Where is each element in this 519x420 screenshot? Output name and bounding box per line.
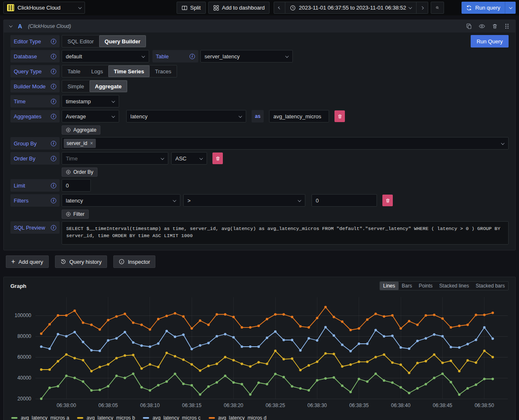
graph-style-option-stacked-bars[interactable]: Stacked bars bbox=[472, 282, 508, 290]
editor-type-label: Editor Typei bbox=[10, 35, 60, 48]
run-query-dropdown[interactable] bbox=[505, 2, 516, 14]
order-by-direction-select[interactable]: ASC bbox=[171, 152, 207, 165]
collapse-chevron-icon[interactable] bbox=[9, 24, 12, 27]
remove-aggregate-button[interactable] bbox=[334, 110, 345, 122]
data-point bbox=[282, 339, 285, 341]
query-type-option-logs[interactable]: Logs bbox=[86, 65, 108, 77]
data-point bbox=[408, 392, 410, 394]
legend-item[interactable]: avg_latency_micros d bbox=[209, 415, 267, 420]
delete-query-icon[interactable] bbox=[492, 23, 498, 29]
remove-filter-button[interactable] bbox=[382, 195, 393, 206]
builder-mode-option-simple[interactable]: Simple bbox=[62, 80, 90, 92]
info-icon[interactable]: i bbox=[51, 39, 56, 44]
data-point bbox=[90, 370, 93, 372]
group-by-tag[interactable]: server_id× bbox=[64, 139, 96, 148]
time-column-select[interactable]: timestamp bbox=[62, 95, 119, 108]
zoom-out-button[interactable] bbox=[431, 2, 444, 14]
add-query-button[interactable]: + Add query bbox=[6, 255, 49, 268]
data-point bbox=[383, 315, 385, 318]
limit-input[interactable] bbox=[62, 179, 91, 192]
data-point bbox=[257, 325, 260, 327]
data-point bbox=[216, 381, 218, 384]
data-point bbox=[274, 330, 277, 333]
info-icon[interactable]: i bbox=[51, 54, 56, 59]
toggle-visibility-eye-icon[interactable] bbox=[479, 23, 485, 29]
inspector-button[interactable]: Inspector bbox=[113, 255, 155, 268]
filter-operator-select[interactable]: > bbox=[183, 194, 305, 207]
graph-style-option-lines[interactable]: Lines bbox=[380, 282, 399, 290]
add-order-by-button[interactable]: Order By bbox=[62, 168, 97, 177]
data-point bbox=[366, 342, 369, 345]
table-label: Tablei bbox=[152, 50, 198, 62]
database-select[interactable]: default bbox=[62, 50, 149, 62]
add-aggregate-button[interactable]: Aggregate bbox=[62, 125, 100, 135]
datasource-picker[interactable]: ClickHouse Cloud bbox=[3, 2, 85, 14]
query-ref-id[interactable]: A bbox=[18, 23, 22, 30]
editor-type-option-query-builder[interactable]: Query Builder bbox=[99, 35, 146, 47]
drag-handle-icon[interactable] bbox=[504, 23, 509, 29]
data-point bbox=[441, 335, 444, 338]
data-point bbox=[232, 359, 235, 362]
data-point bbox=[266, 318, 268, 320]
editor-run-query-button[interactable]: Run Query bbox=[471, 35, 509, 48]
order-by-column-select[interactable]: Time bbox=[62, 152, 168, 165]
chevron-down-icon bbox=[501, 141, 504, 145]
aggregate-column-select[interactable]: latency bbox=[126, 110, 246, 122]
builder-mode-option-aggregate[interactable]: Aggregate bbox=[90, 80, 127, 92]
run-query-button[interactable]: Run query bbox=[462, 2, 505, 14]
time-shift-back-button[interactable] bbox=[274, 2, 285, 14]
data-point bbox=[492, 378, 494, 380]
info-icon[interactable]: i bbox=[51, 99, 56, 104]
group-by-multiselect[interactable]: server_id× bbox=[62, 137, 509, 150]
duplicate-query-icon[interactable] bbox=[466, 23, 472, 29]
data-point bbox=[416, 324, 419, 326]
remove-tag-icon[interactable]: × bbox=[90, 140, 93, 146]
run-query-label: Run query bbox=[475, 5, 500, 11]
time-range-button[interactable]: 2023-11-01 06:37:55 to 2023-11-01 06:38:… bbox=[285, 2, 417, 14]
info-icon[interactable]: i bbox=[51, 225, 56, 230]
table-select[interactable]: server_latency bbox=[200, 50, 293, 62]
query-type-option-table[interactable]: Table bbox=[62, 65, 86, 77]
graph-style-option-points[interactable]: Points bbox=[415, 282, 436, 290]
info-icon[interactable]: i bbox=[51, 156, 56, 161]
info-icon[interactable]: i bbox=[51, 69, 56, 74]
legend-item[interactable]: avg_latency_micros b bbox=[77, 415, 135, 420]
legend-item[interactable]: avg_latency_micros a bbox=[11, 415, 69, 420]
data-point bbox=[40, 368, 42, 371]
filters-label: Filtersi bbox=[10, 194, 60, 207]
legend-item[interactable]: avg_latency_micros c bbox=[143, 415, 200, 420]
add-filter-button[interactable]: Filter bbox=[62, 210, 89, 219]
data-point bbox=[299, 325, 302, 328]
aggregate-function-select[interactable]: Average bbox=[62, 110, 119, 122]
aggregate-alias-input[interactable] bbox=[269, 110, 329, 122]
legend-swatch bbox=[143, 417, 149, 419]
data-point bbox=[174, 335, 176, 338]
info-icon[interactable]: i bbox=[51, 84, 56, 89]
editor-type-option-sql-editor[interactable]: SQL Editor bbox=[62, 35, 99, 47]
split-button[interactable]: Split bbox=[177, 2, 206, 14]
info-icon[interactable]: i bbox=[51, 198, 56, 203]
add-to-dashboard-button[interactable]: Add to dashboard bbox=[208, 2, 270, 14]
info-icon[interactable]: i bbox=[190, 54, 195, 59]
data-point bbox=[333, 334, 335, 337]
info-icon[interactable]: i bbox=[51, 183, 56, 188]
info-icon[interactable]: i bbox=[51, 114, 56, 119]
graph-canvas[interactable]: 2000040000600008000010000006:38:0006:38:… bbox=[6, 294, 514, 411]
query-type-option-time-series[interactable]: Time Series bbox=[108, 65, 150, 77]
graph-panel-title: Graph bbox=[10, 283, 26, 289]
data-point bbox=[48, 387, 51, 389]
graph-legend: avg_latency_micros aavg_latency_micros b… bbox=[6, 412, 513, 420]
info-icon[interactable]: i bbox=[51, 141, 56, 146]
x-axis-tick: 06:38:20 bbox=[224, 402, 243, 408]
data-point bbox=[157, 366, 160, 368]
query-type-option-traces[interactable]: Traces bbox=[150, 65, 177, 77]
data-point bbox=[140, 345, 143, 347]
time-shift-forward-button[interactable] bbox=[417, 2, 428, 14]
filter-value-input[interactable] bbox=[312, 194, 377, 207]
filter-column-select[interactable]: latency bbox=[62, 194, 180, 207]
graph-style-option-bars[interactable]: Bars bbox=[399, 282, 416, 290]
data-point bbox=[282, 376, 285, 378]
remove-order-by-button[interactable] bbox=[212, 152, 223, 164]
graph-style-option-stacked-lines[interactable]: Stacked lines bbox=[436, 282, 472, 290]
query-history-button[interactable]: Query history bbox=[55, 255, 107, 268]
